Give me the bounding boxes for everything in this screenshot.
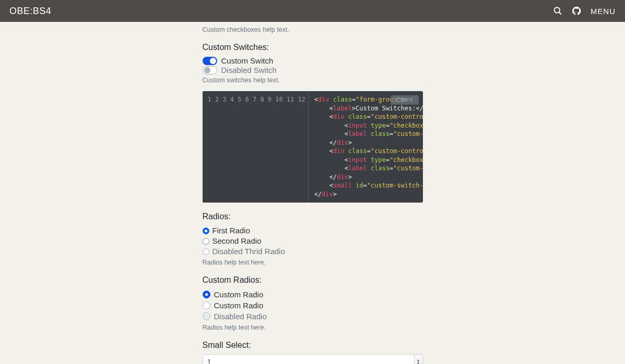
radio-2-label: Disabled Thrid Radio: [213, 246, 285, 257]
switches-help: Custom switches help text.: [203, 77, 423, 84]
cradio-row-1: Custom Radio: [203, 300, 423, 311]
cradio-0-label[interactable]: Custom Radio: [214, 289, 264, 300]
radio-row-0: First Radio: [203, 225, 423, 236]
copy-button[interactable]: COPY: [391, 95, 418, 105]
radio-1-label[interactable]: Second Radio: [213, 236, 261, 246]
custom-radios-label: Custom Radios:: [203, 275, 423, 285]
menu-button[interactable]: MENU: [591, 7, 616, 16]
small-select-wrap: 1 ▴▾: [203, 354, 423, 364]
custom-radios-help: Radios help text here.: [203, 324, 423, 331]
switch-row-1: Disabled Switch: [203, 66, 423, 74]
code-content: <div class="form-group"> <label>Custom S…: [309, 91, 422, 203]
small-select[interactable]: 1: [203, 354, 423, 364]
cradio-0[interactable]: [203, 291, 210, 298]
cradio-1[interactable]: [203, 302, 210, 309]
radio-row-2: Disabled Thrid Radio: [203, 246, 423, 257]
search-icon[interactable]: [553, 6, 562, 16]
github-icon[interactable]: [572, 6, 581, 16]
switch-0-label[interactable]: Custom Switch: [221, 56, 273, 65]
checkboxes-help: Custom checkboxes help text.: [203, 26, 423, 33]
radio-2: [203, 248, 209, 255]
small-select-label: Small Select:: [203, 341, 423, 350]
code-block: COPY 1 2 3 4 5 6 7 8 9 10 11 12 <div cla…: [203, 91, 423, 203]
switch-row-0: Custom Switch: [203, 56, 423, 65]
svg-line-1: [559, 12, 561, 15]
switch-1: [203, 66, 217, 74]
svg-point-0: [554, 7, 560, 13]
cradio-2: [203, 312, 210, 320]
cradio-1-label[interactable]: Custom Radio: [214, 300, 264, 311]
radio-1[interactable]: [203, 238, 209, 245]
radio-row-1: Second Radio: [203, 236, 423, 246]
radio-0[interactable]: [203, 228, 209, 234]
switch-0[interactable]: [203, 57, 217, 65]
switch-1-label: Disabled Switch: [221, 66, 277, 74]
radios-label: Radios:: [203, 212, 423, 221]
switches-label: Custom Switches:: [203, 43, 423, 52]
navbar: OBE:BS4 MENU: [0, 0, 625, 22]
radio-0-label[interactable]: First Radio: [213, 225, 251, 236]
cradio-2-label: Disabled Radio: [214, 311, 267, 322]
radios-help: Radios help text here.: [203, 259, 423, 266]
brand[interactable]: OBE:BS4: [9, 6, 52, 17]
nav-right: MENU: [553, 6, 616, 16]
code-gutter: 1 2 3 4 5 6 7 8 9 10 11 12: [203, 91, 309, 203]
cradio-row-2: Disabled Radio: [203, 311, 423, 322]
main-content: Custom checkboxes help text. Custom Swit…: [203, 22, 423, 364]
cradio-row-0: Custom Radio: [203, 289, 423, 300]
